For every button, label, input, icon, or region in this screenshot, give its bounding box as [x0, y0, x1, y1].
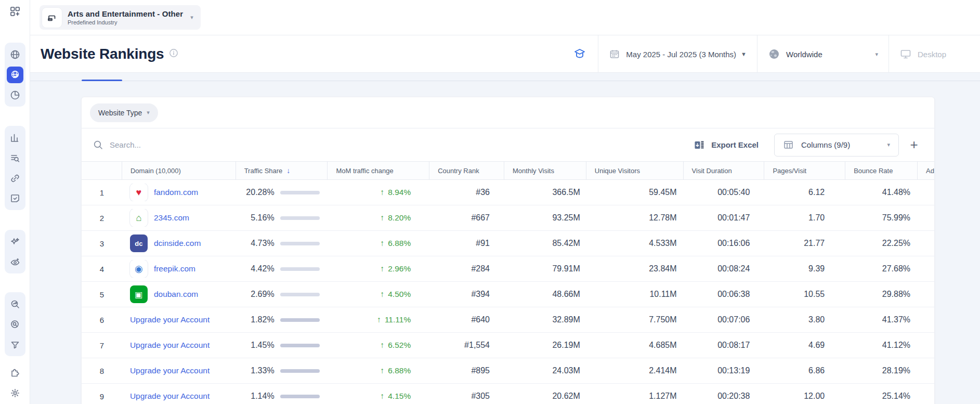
table-row[interactable]: 8 Upgrade your Account 1.33% ↑6.88% #895…	[82, 358, 934, 384]
bounce-rate-cell: 41.12%	[845, 341, 918, 350]
website-type-label: Website Type	[98, 109, 142, 117]
column-header[interactable]: Monthly Visits	[504, 162, 586, 179]
sidebar-item-settings[interactable]	[5, 383, 25, 403]
domain-link[interactable]: 2345.com	[154, 213, 189, 223]
sidebar-item-sparkles[interactable]	[5, 231, 25, 252]
domain-link[interactable]: fandom.com	[154, 188, 198, 197]
sidebar-item-search-trend[interactable]	[5, 294, 25, 314]
table-row[interactable]: 6 Upgrade your Account 1.82% ↑11.11% #64…	[82, 307, 934, 333]
sidebar-item-funnel[interactable]	[5, 334, 25, 355]
bounce-rate-cell: 41.37%	[845, 315, 918, 324]
sidebar-item-website-rankings[interactable]	[5, 64, 25, 85]
column-header[interactable]	[82, 162, 122, 179]
rank-cell: 9	[82, 392, 122, 401]
monthly-visits-cell: 48.66M	[504, 290, 586, 299]
site-favicon: ▣	[130, 285, 148, 303]
table-row[interactable]: 5 ▣ douban.com 2.69% ↑4.50% #394 48.66M …	[82, 282, 934, 307]
country-rank-cell: #284	[429, 264, 504, 273]
column-header[interactable]: Visit Duration	[684, 162, 765, 179]
pages-visit-cell: 6.12	[764, 188, 845, 197]
sidebar-item-globe[interactable]	[5, 44, 25, 64]
device-selector[interactable]: Desktop	[888, 35, 980, 73]
export-excel-button[interactable]: Export Excel	[694, 139, 759, 151]
domain-cell: Upgrade your Account	[122, 392, 236, 401]
visit-duration-cell: 00:16:06	[684, 239, 765, 248]
mom-change-cell: ↑6.88%	[328, 239, 429, 248]
traffic-share-cell: 4.42%	[236, 264, 328, 273]
region-selector[interactable]: Worldwide ▾	[757, 35, 888, 73]
sidebar-group-tools	[5, 292, 25, 356]
sidebar-item-link[interactable]	[5, 168, 25, 188]
export-excel-icon	[694, 139, 706, 151]
unique-visitors-cell: 7.750M	[586, 315, 684, 324]
sidebar-item-list-search[interactable]	[5, 148, 25, 168]
column-header[interactable]: Traffic Share↓	[236, 162, 328, 179]
domain-link[interactable]: freepik.com	[154, 264, 195, 273]
academy-button[interactable]	[561, 35, 598, 73]
column-header[interactable]: Country Rank	[429, 162, 504, 179]
desktop-icon	[899, 48, 912, 60]
monthly-visits-cell: 85.42M	[504, 239, 586, 248]
sidebar-group-web	[5, 43, 25, 107]
region-label: Worldwide	[786, 50, 822, 59]
unique-visitors-cell: 1.127M	[586, 392, 684, 401]
mom-change-value: 6.88%	[388, 366, 411, 375]
info-icon[interactable]	[169, 48, 178, 60]
table-row[interactable]: 9 Upgrade your Account 1.14% ↑4.15% #305…	[82, 384, 934, 404]
columns-dropdown[interactable]: Columns (9/9) ▾	[774, 134, 899, 157]
add-column-button[interactable]: +	[905, 136, 923, 154]
date-range-selector[interactable]: May 2025 - Jul 2025 (3 Months) ▼	[598, 35, 757, 73]
calendar-icon	[609, 48, 620, 60]
table-row[interactable]: 2 ⌂ 2345.com 5.16% ↑8.20% #667 93.25M 12…	[82, 205, 934, 231]
mom-change-value: 2.96%	[388, 264, 411, 273]
monthly-visits-cell: 93.25M	[504, 213, 586, 223]
table-row[interactable]: 4 ◉ freepik.com 4.42% ↑2.96% #284 79.91M…	[82, 256, 934, 282]
column-header[interactable]: Bounce Rate	[845, 162, 918, 179]
sidebar-item-folder-check[interactable]	[5, 188, 25, 208]
pages-visit-cell: 12.00	[764, 392, 845, 401]
unique-visitors-cell: 4.533M	[586, 239, 684, 248]
domain-link[interactable]: Upgrade your Account	[130, 315, 210, 324]
column-header[interactable]: Unique Visitors	[586, 162, 684, 179]
domain-link[interactable]: Upgrade your Account	[130, 341, 210, 350]
mom-change-value: 6.88%	[388, 239, 411, 247]
visit-duration-cell: 00:20:38	[684, 392, 765, 401]
list-search-icon	[7, 150, 23, 166]
chevron-down-icon: ▾	[887, 141, 890, 148]
column-header[interactable]: Domain (10,000)	[122, 162, 236, 179]
domain-link[interactable]: dcinside.com	[154, 239, 201, 248]
table-row[interactable]: 7 Upgrade your Account 1.45% ↑6.52% #1,5…	[82, 333, 934, 358]
table-row[interactable]: 3 dc dcinside.com 4.73% ↑6.88% #91 85.42…	[82, 231, 934, 256]
bounce-rate-cell: 41.48%	[845, 188, 918, 197]
apps-plus-icon[interactable]	[7, 4, 23, 19]
domain-link[interactable]: Upgrade your Account	[130, 366, 210, 375]
country-rank-cell: #1,554	[429, 341, 504, 350]
date-range-label: May 2025 - Jul 2025 (3 Months)	[626, 50, 736, 59]
sort-desc-icon[interactable]: ↓	[286, 166, 290, 175]
industry-selector[interactable]: Arts and Entertainment - Other Predefine…	[40, 5, 201, 30]
mom-change-cell: ↑4.15%	[328, 392, 429, 401]
sidebar-item-eye[interactable]	[5, 252, 25, 272]
website-type-filter[interactable]: Website Type ▾	[90, 103, 158, 122]
rank-cell: 8	[82, 367, 122, 375]
arrow-up-icon: ↑	[380, 392, 384, 400]
domain-link[interactable]: Upgrade your Account	[130, 392, 210, 401]
sidebar-item-integrations[interactable]	[5, 362, 25, 383]
domain-link[interactable]: douban.com	[154, 290, 198, 299]
search-input[interactable]	[110, 140, 328, 149]
topbar: Arts and Entertainment - Other Predefine…	[30, 0, 980, 35]
sidebar-item-search-zoom[interactable]	[5, 314, 25, 334]
table-row[interactable]: 1 ♥ fandom.com 20.28% ↑8.94% #36 366.5M …	[82, 180, 934, 205]
mom-change-cell: ↑11.11%	[328, 315, 429, 324]
sidebar-item-bars[interactable]	[5, 127, 25, 148]
column-header[interactable]: Pages/Visit	[764, 162, 845, 179]
site-favicon: ♥	[130, 184, 148, 201]
sidebar-item-pie[interactable]	[5, 85, 25, 105]
column-header[interactable]: MoM traffic change	[328, 162, 429, 179]
active-tab-indicator[interactable]	[82, 80, 122, 81]
arrow-up-icon: ↑	[380, 341, 384, 349]
column-header[interactable]: Ad	[918, 162, 934, 179]
columns-table-icon	[783, 139, 794, 150]
column-header-label: Visit Duration	[692, 167, 732, 175]
unique-visitors-cell: 12.78M	[586, 213, 684, 223]
